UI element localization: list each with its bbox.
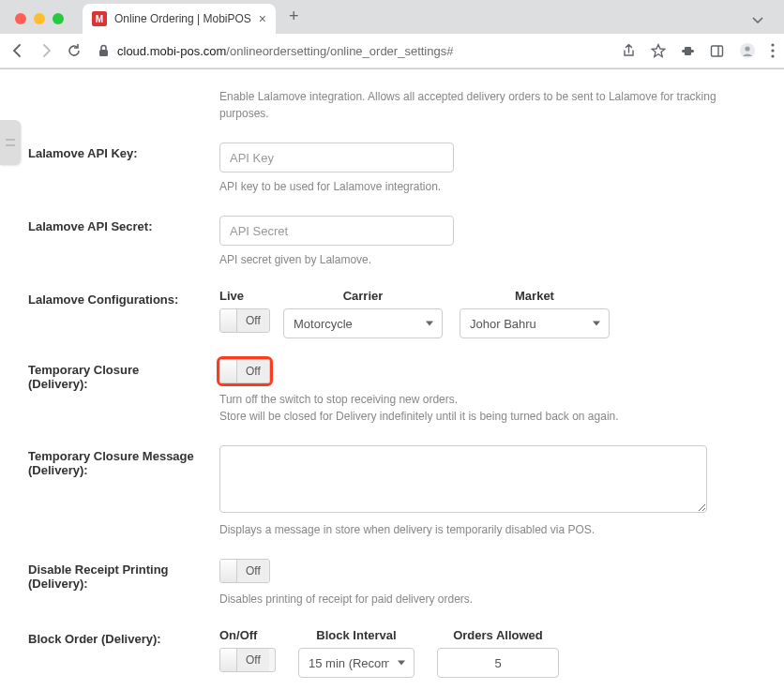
market-header: Market (460, 289, 610, 303)
address-bar: cloud.mobi-pos.com/onlineordersetting/on… (0, 34, 784, 68)
disable-receipt-helper: Disables printing of receipt for paid de… (219, 591, 756, 608)
svg-point-6 (771, 49, 774, 52)
disable-receipt-row: Disable Receipt Printing (Delivery): Off… (28, 559, 756, 608)
star-icon[interactable] (651, 43, 666, 58)
api-key-label: Lalamove API Key: (28, 142, 201, 160)
browser-tab[interactable]: M Online Ordering | MobiPOS × (83, 4, 276, 34)
api-secret-row: Lalamove API Secret: API secret given by… (28, 216, 756, 268)
api-key-input[interactable] (219, 142, 454, 172)
favicon-icon: M (92, 11, 107, 26)
api-secret-helper: API secret given by Lalamove. (219, 251, 756, 268)
carrier-header: Carrier (283, 289, 443, 303)
lock-icon (98, 44, 110, 57)
temp-closure-msg-label: Temporary Closure Message (Delivery): (28, 445, 201, 477)
api-secret-input[interactable] (219, 216, 454, 246)
temp-closure-msg-textarea[interactable] (219, 445, 707, 513)
live-toggle-state: Off (237, 309, 269, 332)
configurations-row: Lalamove Configurations: Live Off Carrie… (28, 289, 756, 338)
temp-closure-toggle[interactable]: Off (219, 359, 270, 383)
tab-menu-button[interactable] (752, 17, 776, 34)
lalamove-integration-helper: Enable Lalamove integration. Allows all … (219, 88, 756, 122)
tab-title: Online Ordering | MobiPOS (114, 12, 251, 25)
block-order-toggle-state: Off (237, 649, 269, 671)
kebab-menu-icon[interactable] (771, 43, 775, 58)
svg-point-5 (771, 43, 774, 46)
profile-icon[interactable] (739, 42, 756, 59)
block-order-row: Block Order (Delivery): On/Off Off Block… (28, 628, 756, 690)
close-tab-button[interactable]: × (259, 11, 266, 26)
carrier-select[interactable]: Motorcycle (283, 308, 443, 338)
market-select[interactable]: Johor Bahru (460, 308, 610, 338)
url-text: cloud.mobi-pos.com/onlineordersetting/on… (117, 44, 453, 58)
tab-bar: M Online Ordering | MobiPOS × + (0, 0, 784, 34)
temp-closure-msg-helper: Displays a message in store when deliver… (219, 521, 756, 538)
interval-header: Block Interval (298, 628, 415, 642)
block-order-label: Block Order (Delivery): (28, 628, 201, 646)
disable-receipt-toggle-state: Off (237, 560, 269, 582)
temp-closure-msg-row: Temporary Closure Message (Delivery): Di… (28, 445, 756, 538)
minimize-window-button[interactable] (34, 13, 45, 24)
window-controls (8, 13, 71, 34)
temp-closure-row: Temporary Closure (Delivery): Off Turn o… (28, 359, 756, 425)
label-empty (28, 82, 201, 86)
orders-allowed-input[interactable] (437, 648, 559, 678)
block-order-toggle[interactable]: Off (219, 648, 276, 672)
interval-select[interactable]: 15 min (Recommended) (298, 648, 415, 678)
lalamove-integration-row: Enable Lalamove integration. Allows all … (28, 82, 756, 122)
temp-closure-helper1: Turn off the switch to stop receiving ne… (219, 391, 756, 408)
share-icon[interactable] (622, 44, 636, 58)
sidepanel-icon[interactable] (710, 44, 724, 58)
svg-point-7 (771, 54, 774, 57)
url-field[interactable]: cloud.mobi-pos.com/onlineordersetting/on… (94, 44, 611, 58)
disable-receipt-label: Disable Receipt Printing (Delivery): (28, 559, 201, 591)
temp-closure-helper2: Store will be closed for Delivery indefi… (219, 408, 756, 425)
live-toggle[interactable]: Off (219, 308, 270, 333)
close-window-button[interactable] (15, 13, 26, 24)
svg-rect-0 (99, 50, 108, 56)
configurations-label: Lalamove Configurations: (28, 289, 201, 307)
forward-button[interactable] (38, 42, 54, 59)
temp-closure-label: Temporary Closure (Delivery): (28, 359, 201, 391)
toolbar-right (622, 42, 775, 59)
maximize-window-button[interactable] (53, 13, 64, 24)
api-key-row: Lalamove API Key: API key to be used for… (28, 142, 756, 195)
new-tab-button[interactable]: + (276, 7, 309, 34)
browser-chrome: M Online Ordering | MobiPOS × + cloud.mo… (0, 0, 784, 69)
settings-page: Enable Lalamove integration. Allows all … (0, 69, 784, 690)
back-button[interactable] (9, 42, 26, 59)
api-key-helper: API key to be used for Lalamove integrat… (219, 178, 756, 195)
reload-button[interactable] (66, 42, 83, 59)
api-secret-label: Lalamove API Secret: (28, 216, 201, 233)
orders-header: Orders Allowed (437, 628, 559, 642)
temp-closure-toggle-state: Off (237, 360, 269, 382)
disable-receipt-toggle[interactable]: Off (219, 559, 270, 583)
svg-rect-1 (712, 46, 723, 56)
onoff-header: On/Off (219, 628, 276, 642)
svg-point-4 (745, 46, 749, 51)
live-header: Live (219, 289, 244, 303)
extensions-icon[interactable] (681, 44, 695, 58)
side-drawer-handle[interactable] (0, 120, 21, 165)
